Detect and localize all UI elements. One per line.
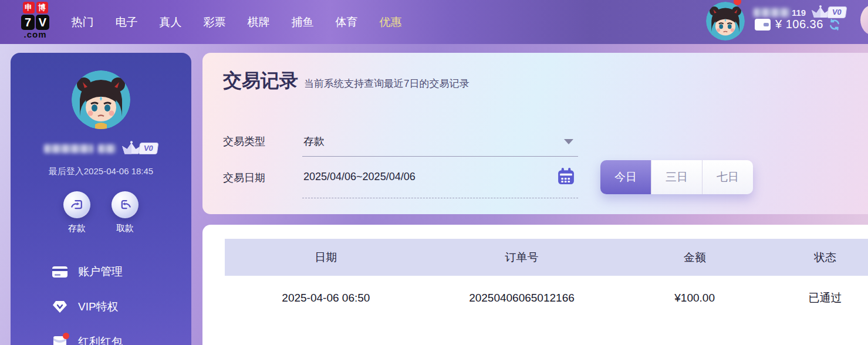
divider xyxy=(302,156,578,157)
deposit-label: 存款 xyxy=(63,223,90,234)
logo-suffix: .com xyxy=(14,30,56,39)
username-blurred xyxy=(98,144,116,153)
range-button-3days[interactable]: 三日 xyxy=(651,160,702,194)
cell-amount: ¥100.00 xyxy=(616,292,773,305)
last-login-text: 最后登入2025-04-06 18:45 xyxy=(11,166,191,177)
cell-order-no: 20250406065012166 xyxy=(427,292,616,305)
date-range-quick-buttons: 今日 三日 七日 xyxy=(600,160,753,194)
diamond-icon xyxy=(52,300,67,313)
range-button-7days[interactable]: 七日 xyxy=(702,160,753,194)
withdraw-button[interactable]: 取款 xyxy=(112,191,139,234)
username-blurred xyxy=(44,144,93,153)
vip-badge: V0 xyxy=(139,143,159,154)
transaction-date-label: 交易日期 xyxy=(223,171,265,185)
divider-dashed xyxy=(302,198,578,198)
calendar-icon[interactable] xyxy=(556,167,576,186)
sidebar-menu: 账户管理 VIP特权 红利红包 xyxy=(11,254,191,345)
date-range-input[interactable]: 2025/04/06~2025/04/06 xyxy=(303,171,416,183)
vip-level-indicator[interactable]: V0 xyxy=(120,141,158,156)
transaction-filter-panel: 交易记录 当前系统支持查询最近7日的交易记录 交易类型 存款 交易日期 2025… xyxy=(202,53,868,214)
sidebar-user-row: V0 xyxy=(11,141,191,156)
cell-status: 已通过 xyxy=(773,290,868,306)
brand-logo[interactable]: 申 博 7 V .com xyxy=(14,2,56,39)
deposit-button[interactable]: 存款 xyxy=(63,191,90,234)
withdraw-icon xyxy=(117,197,133,212)
transaction-type-select[interactable]: 存款 xyxy=(303,134,325,148)
refresh-icon[interactable] xyxy=(828,18,841,31)
logo-char: 7 xyxy=(21,15,35,30)
page-title: 交易记录 xyxy=(223,68,298,94)
edge-partial-avatar[interactable] xyxy=(860,5,868,35)
nav-item-fishing[interactable]: 捕鱼 xyxy=(281,15,325,30)
balance-amount: ¥ 106.36 xyxy=(775,18,823,31)
nav-item-lottery[interactable]: 彩票 xyxy=(192,15,237,30)
top-navbar: 申 博 7 V .com 热门 电子 真人 彩票 棋牌 捕鱼 体育 优惠 xyxy=(0,0,868,44)
column-header-amount: 金额 xyxy=(616,250,773,265)
column-header-order-no: 订单号 xyxy=(427,250,616,265)
nav-item-live[interactable]: 真人 xyxy=(148,15,192,30)
sidebar-item-vip-privileges[interactable]: VIP特权 xyxy=(11,289,191,324)
nav-item-hot[interactable]: 热门 xyxy=(60,15,104,30)
transaction-type-label: 交易类型 xyxy=(223,134,265,148)
withdraw-label: 取款 xyxy=(112,223,139,234)
column-header-status: 状态 xyxy=(773,250,868,265)
logo-char: 博 xyxy=(36,2,48,13)
sidebar-item-bonus-redpacket[interactable]: 红利红包 xyxy=(11,324,191,345)
balance-row: ¥ 106.36 xyxy=(755,18,841,31)
nav-item-slots[interactable]: 电子 xyxy=(104,15,148,30)
range-button-today[interactable]: 今日 xyxy=(600,160,651,194)
account-sidebar: V0 最后登入2025-04-06 18:45 存款 取 xyxy=(11,53,191,345)
sidebar-item-label: 红利红包 xyxy=(78,334,123,345)
quick-actions: 存款 取款 xyxy=(11,191,191,234)
main-nav: 热门 电子 真人 彩票 棋牌 捕鱼 体育 优惠 xyxy=(60,0,413,44)
wallet-icon xyxy=(755,19,771,31)
deposit-icon xyxy=(69,197,85,212)
sidebar-item-label: VIP特权 xyxy=(78,299,119,314)
column-header-date: 日期 xyxy=(225,250,427,265)
user-avatar[interactable] xyxy=(706,2,745,40)
sidebar-item-label: 账户管理 xyxy=(78,264,123,279)
nav-item-board[interactable]: 棋牌 xyxy=(237,15,281,30)
vip-badge: V0 xyxy=(827,6,847,18)
logo-char: V xyxy=(36,15,49,30)
sidebar-item-account-management[interactable]: 账户管理 xyxy=(11,254,191,289)
username-blurred xyxy=(754,8,790,17)
nav-item-sports[interactable]: 体育 xyxy=(325,15,369,30)
page-subtitle: 当前系统支持查询最近7日的交易记录 xyxy=(304,77,469,90)
cell-date: 2025-04-06 06:50 xyxy=(225,292,427,305)
table-row[interactable]: 2025-04-06 06:50 20250406065012166 ¥100.… xyxy=(225,290,868,306)
notification-dot xyxy=(734,0,741,5)
logo-char: 申 xyxy=(23,2,35,13)
table-header-row: 日期 订单号 金额 状态 xyxy=(225,239,868,276)
transaction-table-panel: 日期 订单号 金额 状态 2025-04-06 06:50 2025040606… xyxy=(202,225,868,345)
chevron-down-icon[interactable] xyxy=(564,139,573,144)
avatar-illustration xyxy=(706,2,745,40)
username-suffix: 119 xyxy=(792,8,806,18)
avatar-illustration xyxy=(72,70,130,129)
sidebar-avatar[interactable] xyxy=(72,70,130,129)
nav-item-promotions[interactable]: 优惠 xyxy=(369,15,413,30)
bank-card-icon xyxy=(52,266,67,278)
notification-dot xyxy=(63,333,69,339)
